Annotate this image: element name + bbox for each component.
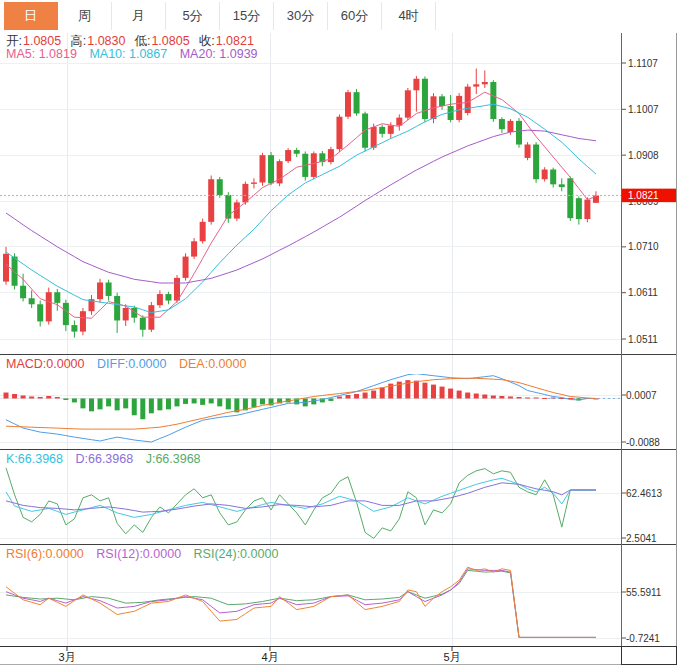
macd-bar	[21, 395, 26, 398]
ma10-line	[6, 104, 596, 312]
macd-bar	[72, 398, 77, 402]
candle-body	[123, 308, 129, 321]
low-label: 低:	[134, 34, 150, 48]
tab-周[interactable]: 周	[58, 2, 112, 30]
close-value: 1.0821	[216, 34, 254, 48]
svg-text:1.1107: 1.1107	[628, 58, 658, 69]
candle-body	[20, 286, 26, 299]
macd-bar	[337, 396, 342, 398]
tab-月[interactable]: 月	[112, 2, 166, 30]
candle-body	[499, 119, 505, 129]
diff-value: DIFF:0.0000	[97, 357, 166, 371]
candle-body	[251, 182, 257, 183]
macd-bar	[123, 398, 128, 408]
k-line	[6, 478, 596, 517]
candle-body	[268, 155, 274, 183]
axis-corner-box	[622, 647, 677, 665]
tab-30分[interactable]: 30分	[274, 2, 328, 30]
rsi6-line	[6, 567, 596, 637]
candle-body	[260, 155, 266, 182]
macd-bar	[149, 398, 154, 413]
svg-text:1.0821: 1.0821	[628, 190, 659, 201]
candle-body	[294, 150, 300, 154]
macd-value: MACD:0.0000	[6, 357, 85, 371]
candle-body	[422, 79, 428, 119]
k-value: K:66.3968	[6, 452, 63, 466]
candle-body	[567, 178, 573, 218]
candle-body	[46, 292, 52, 321]
tab-15分[interactable]: 15分	[220, 2, 274, 30]
candle-body	[208, 179, 214, 222]
candle-body	[584, 200, 590, 219]
macd-bar	[89, 398, 94, 411]
candle-body	[379, 127, 385, 134]
macd-bar	[98, 398, 103, 409]
candle-body	[525, 145, 531, 158]
macd-bar	[29, 396, 34, 398]
macd-bar	[175, 398, 180, 406]
candle-body	[63, 303, 69, 325]
chart-app: 1.11071.10071.09081.08091.07101.06111.05…	[0, 0, 677, 667]
candle-body	[516, 121, 522, 145]
candle-body	[97, 283, 103, 300]
candle-body	[191, 241, 197, 256]
macd-bar	[260, 398, 265, 404]
tab-日[interactable]: 日	[4, 2, 58, 30]
macd-bar	[371, 391, 376, 399]
candle-body	[157, 294, 163, 305]
high-value: 1.0830	[87, 34, 125, 48]
macd-bar	[457, 391, 462, 399]
candle-body	[473, 84, 479, 86]
candle-body	[507, 121, 513, 132]
macd-bar	[46, 396, 51, 398]
svg-text:1.0710: 1.0710	[628, 241, 659, 252]
rsi24-value: RSI(24):0.0000	[194, 547, 279, 561]
candle-body	[345, 92, 351, 117]
rsi12-value: RSI(12):0.0000	[96, 547, 181, 561]
rsi6-value: RSI(6):0.0000	[6, 547, 84, 561]
macd-bar	[226, 398, 231, 409]
macd-bar	[157, 398, 162, 410]
candle-body	[354, 92, 360, 113]
chart-canvas: 1.11071.10071.09081.08091.07101.06111.05…	[0, 0, 677, 667]
candle-body	[405, 90, 411, 117]
current-price-badge: 1.0821	[622, 189, 677, 203]
macd-bar	[525, 397, 530, 398]
macd-bar	[517, 397, 522, 398]
macd-bar	[80, 398, 85, 408]
ma20-line	[6, 130, 596, 283]
candle-body	[106, 283, 112, 296]
month-label: 4月	[261, 651, 278, 663]
candle-body	[217, 179, 223, 195]
macd-bar	[251, 398, 256, 407]
macd-bar	[12, 394, 17, 398]
candle-body	[12, 257, 18, 286]
ma-row: MA5: 1.0819 MA10: 1.0867 MA20: 1.0939	[6, 47, 267, 61]
macd-bar	[217, 398, 222, 406]
candle-body	[54, 292, 60, 303]
candle-body	[559, 184, 565, 187]
candle-body	[285, 150, 291, 161]
tab-4时[interactable]: 4时	[382, 2, 436, 30]
tab-5分[interactable]: 5分	[166, 2, 220, 30]
rsi12-line	[6, 569, 596, 638]
ma10-value: MA10: 1.0867	[89, 47, 167, 61]
candle-body	[165, 294, 171, 300]
candle-body	[242, 184, 248, 203]
candle-body	[200, 222, 206, 241]
tab-60分[interactable]: 60分	[328, 2, 382, 30]
svg-text:1.0908: 1.0908	[628, 150, 659, 161]
macd-bar	[106, 398, 111, 406]
candle-body	[336, 117, 342, 149]
month-label: 3月	[58, 651, 75, 663]
macd-bar	[474, 394, 479, 399]
svg-text:0.0007: 0.0007	[626, 390, 657, 401]
time-axis: 3月4月5月	[0, 647, 677, 665]
d-value: D:66.3968	[75, 452, 133, 466]
macd-bar	[209, 398, 214, 403]
macd-bar	[551, 397, 556, 398]
candle-body	[482, 82, 488, 84]
candle-body	[114, 296, 120, 321]
macd-bar	[354, 394, 359, 398]
macd-bar	[115, 398, 120, 410]
